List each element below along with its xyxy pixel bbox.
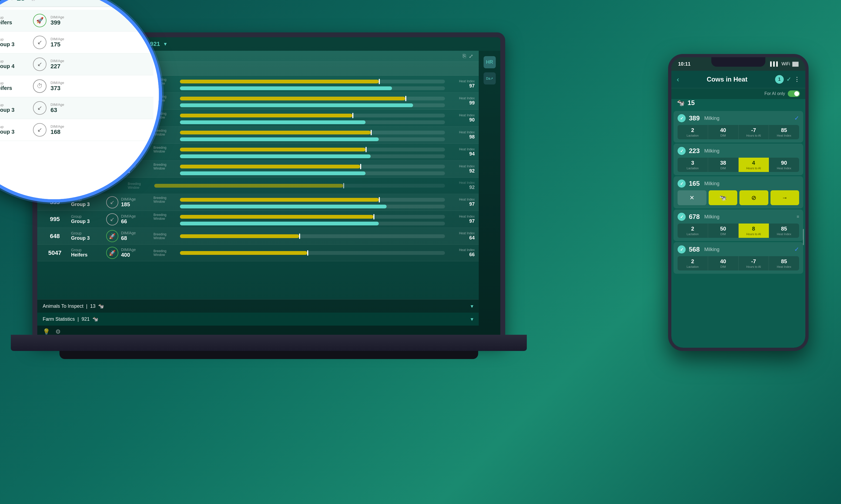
mag-row[interactable]: 5134 Group Heifers ⏱ DIM/Age 373 [0,75,154,97]
animal-id: 648 [41,233,68,240]
heat-bars: Breeding Window [154,249,445,257]
phone-action-buttons: ✕ 🐄 ⊘ → [678,190,799,205]
no-action-btn[interactable]: ⊘ [739,190,768,205]
mag-title: Animals In Heat [0,0,7,2]
for-ai-toggle[interactable] [788,90,800,97]
cow-icon: 🐄 [719,194,726,201]
dim-age: DIM/Age 400 [121,248,151,258]
expand-icon[interactable]: ⤢ [469,53,473,59]
heat-bars: Breeding Window [154,163,445,175]
mag-action-arrow[interactable]: ↙ [33,123,47,137]
mag-action-arrow[interactable]: ↙ [33,57,47,71]
phone-animal-id: 389 [689,114,700,122]
check-circle-icon[interactable]: ✓ [678,213,686,221]
heat-bars: Breeding Window [154,196,445,209]
mag-action-wait[interactable]: ⏱ [33,79,47,93]
card-header: ✓ 223 Milking [678,147,799,155]
farm-stats-bar[interactable]: Farm Statistics | 921 🐄 ▾ [37,312,479,326]
card-header: ✓ 389 Milking ✓ [678,114,799,122]
phone-animal-count: 🐄 15 [677,99,695,107]
phone-stat-hours-to-ai: -7 Hours to AI [739,256,769,270]
dim-age: DIM/Age 66 [121,214,151,224]
phone-nav-bar: ‹ Cows in Heat 1 ✓ ⋮ [671,71,805,88]
heat-bars: Breeding Window [154,129,445,141]
check-circle-icon[interactable]: ✓ [678,180,686,187]
phone-stats-row: 2 Lactation 40 DIM -7 Hours to AI 85 Hea… [678,125,799,139]
check-circle-icon[interactable]: ✓ [678,147,686,155]
action-btn-rocket[interactable]: 🚀 [106,247,118,259]
forward-action-btn[interactable]: → [770,190,800,205]
copy-icon[interactable]: ⎘ [463,53,466,59]
mag-action-rocket[interactable]: 🚀 [33,14,47,27]
heat-index: Heat Index 99 [448,96,475,106]
animal-row[interactable]: 5047 Group Heifers 🚀 DIM/Age 400 Br [37,245,479,261]
laptop-sidebar-right: HR Da↗ [479,51,500,338]
dropdown-icon[interactable]: ▾ [164,41,167,47]
phone-animal-type: Milking [704,115,719,121]
phone-animal-card[interactable]: ✓ 223 Milking 3 Lactation 38 DIM 4 [673,144,803,175]
settings-icon[interactable]: ⚙ [55,328,61,335]
animal-row[interactable]: 648 Group Group 3 🚀 DIM/Age 68 Bree [37,228,479,245]
phone-animal-card[interactable]: ✓ 165 Milking ✕ 🐄 ⊘ → [673,176,803,209]
action-btn[interactable]: ↙ [106,196,118,209]
mag-group: Group Group 3 [0,37,29,48]
phone-stat-lactation: 2 Lactation [678,125,708,139]
mag-action-arrow[interactable]: ↙ [33,36,47,49]
phone-stat-lactation: 2 Lactation [678,223,708,238]
card-header: ✓ 568 Milking ✓ [678,246,799,253]
phone-animal-card[interactable]: ✓ 389 Milking ✓ 2 Lactation 40 DIM -7 [673,111,803,143]
phone-animal-card[interactable]: ✓ 678 Milking ≡ 2 Lactation 50 DIM [673,210,803,241]
dismiss-action-btn[interactable]: ✕ [678,190,706,205]
inspect-label: Animals To Inspect [43,303,84,309]
lightbulb-icon[interactable]: 💡 [43,328,50,335]
farm-stats-label: Farm Statistics [43,317,75,322]
mag-dim: DIM/Age 175 [51,37,80,48]
mag-row[interactable]: 983 Group Group 3 ↙ DIM/Age 175 [0,32,154,53]
scroll-dots: ≡ [797,214,799,219]
action-btn[interactable]: ↙ [106,213,118,226]
more-icon[interactable]: ⋮ [794,76,800,83]
phone-nav-icons: 1 ✓ ⋮ [775,75,800,84]
heat-index: Heat Index 90 [448,113,475,123]
blue-check-icon: ✓ [794,115,799,122]
expand-icon[interactable]: ▾ [471,303,473,309]
battery-icon: ▓▓ [792,61,799,67]
mag-dim: DIM/Age 63 [51,103,80,114]
inspect-bar[interactable]: Animals To Inspect | 13 🐄 ▾ [37,299,479,312]
phone-back-button[interactable]: ‹ [677,75,679,84]
action-btn-rocket[interactable]: 🚀 [106,230,118,242]
mag-row[interactable]: 3239 Group Group 4 ↙ DIM/Age 227 [0,53,154,75]
mag-dim: DIM/Age 227 [51,59,80,70]
heat-index: Heat Index 92 [448,164,475,174]
heat-index: Heat Index 64 [448,231,475,241]
collapse-icon[interactable]: ▾ [471,316,473,322]
phone-notch [711,57,765,67]
mag-action-arrow[interactable]: ↙ [33,101,47,115]
mag-row[interactable]: 910 Group Group 3 ↙ DIM/Age 168 [0,119,154,141]
heat-bars: Breeding Window [154,146,445,158]
inspect-count: 13 [90,303,95,309]
animal-row[interactable]: 335 Group Group 3 ↙ DIM/Age 185 Bree [37,194,479,211]
farm-count: 921 [82,317,90,322]
user-avatar-2[interactable]: Da↗ [484,72,496,85]
animal-row[interactable]: 995 Group Group 3 ↙ DIM/Age 66 Breed [37,211,479,228]
phone-animal-type: Milking [704,247,719,252]
user-avatar-1[interactable]: HR [484,56,496,68]
phone-animal-card[interactable]: ✓ 568 Milking ✓ 2 Lactation 40 DIM -7 [673,242,803,274]
for-ai-row: For AI only [671,88,805,99]
mag-row[interactable]: 567 Group Group 3 ↙ DIM/Age 63 [0,97,154,119]
phone-stat-dim: 40 DIM [708,256,739,270]
checkmark-icon[interactable]: ✓ [786,76,791,83]
mag-dim: DIM/Age 168 [51,124,80,136]
phone-time: 10:11 [678,61,690,67]
phone-animal-type: Milking [704,148,719,154]
mag-dim: DIM/Age 399 [51,15,80,26]
check-circle-icon[interactable]: ✓ [678,246,686,253]
check-circle-icon[interactable]: ✓ [678,114,686,122]
cow-action-btn[interactable]: 🐄 [708,190,737,205]
bottom-sections: Animals To Inspect | 13 🐄 ▾ Farm Statist… [37,299,479,338]
mag-row[interactable]: 5050 Group Heifers 🚀 DIM/Age 399 [0,10,154,32]
phone-stat-heat-index: 85 Heat Index [769,256,799,270]
phone-screen-title: Cows in Heat [683,76,771,83]
phone-screen: 10:11 ▌▌▌ WiFi ▓▓ ‹ Cows in Heat 1 ✓ ⋮ F… [671,57,805,348]
